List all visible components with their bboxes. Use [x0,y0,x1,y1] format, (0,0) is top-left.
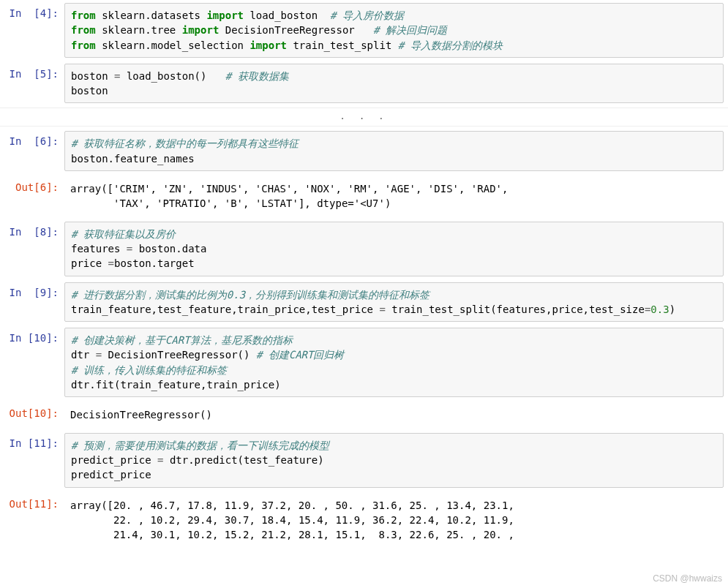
comment: # 解决回归问题 [373,24,447,36]
input-cell-11: In [11]: # 预测，需要使用测试集的数据，看一下训练完成的模型 pred… [0,430,728,491]
input-cell-10: In [10]: # 创建决策树，基于CART算法，基尼系数的指标 dtr = … [0,325,728,400]
code-input-11[interactable]: # 预测，需要使用测试集的数据，看一下训练完成的模型 predict_price… [64,433,724,488]
input-cell-6: In [6]: # 获取特征名称，数据中的每一列都具有这些特征 boston.f… [0,128,728,174]
prompt-in-5: In [5]: [0,64,64,104]
prompt-out-6: Out[6]: [0,177,64,216]
code-text: dtr.predict(test_feature) [163,454,323,466]
module-name: sklearn.datasets [96,10,207,21]
keyword-import: import [206,10,244,21]
operator: = [96,349,102,361]
comment: # 训练，传入训练集的特征和标签 [71,364,227,376]
code-text: load_boston() [120,70,225,82]
input-cell-4: In [4]: from sklearn.datasets import loa… [0,0,728,61]
output-cell-6: Out[6]: array(['CRIM', 'ZN', 'INDUS', 'C… [0,174,728,219]
code-input-10[interactable]: # 创建决策树，基于CART算法，基尼系数的指标 dtr = DecisionT… [64,328,724,397]
comment: # 获取数据集 [225,70,289,82]
operator: = [108,257,114,269]
module-name: sklearn.model_selection [96,39,250,51]
code-text: price [71,257,108,269]
code-text: boston [71,85,108,97]
comment: # 进行数据分割，测试集的比例为0.3，分别得到训练集和测试集的特征和标签 [71,289,429,301]
code-text: boston.target [114,257,195,269]
prompt-in-11: In [11]: [0,433,64,488]
code-text: train_test_split(features,price,test_siz… [386,304,645,315]
prompt-in-9: In [9]: [0,282,64,323]
output-text-6: array(['CRIM', 'ZN', 'INDUS', 'CHAS', 'N… [64,177,728,216]
code-input-9[interactable]: # 进行数据分割，测试集的比例为0.3，分别得到训练集和测试集的特征和标签 tr… [64,282,724,323]
import-name: load_boston [244,10,330,21]
comment: # 导入数据分割的模块 [398,39,503,51]
input-cell-5: In [5]: boston = load_boston() # 获取数据集 b… [0,61,728,107]
comment: # 预测，需要使用测试集的数据，看一下训练完成的模型 [71,440,329,451]
module-name: sklearn.tree [96,24,182,36]
prompt-out-10: Out[10]: [0,403,64,426]
comment: # 导入房价数据 [330,10,404,21]
code-text: DecisionTreeRegressor() [102,349,256,361]
code-text: boston [71,70,114,82]
keyword-from: from [71,10,96,21]
code-text: train_feature,test_feature,train_price,t… [71,304,379,315]
keyword-from: from [71,39,96,51]
code-text: ) [669,304,675,315]
output-text-11: array([20. , 46.7, 17.8, 11.9, 37.2, 20.… [64,494,728,547]
import-name: train_test_split [287,39,398,51]
number-literal: 0.3 [650,304,669,315]
code-input-5[interactable]: boston = load_boston() # 获取数据集 boston [64,64,724,104]
prompt-in-10: In [10]: [0,328,64,397]
code-input-4[interactable]: from sklearn.datasets import load_boston… [64,3,724,58]
keyword-import: import [182,24,219,36]
comment: # 获取特征集以及房价 [71,228,176,240]
code-text: predict_price [71,454,157,466]
comment: # 创建决策树，基于CART算法，基尼系数的指标 [71,334,293,346]
divider [0,108,728,108]
code-input-8[interactable]: # 获取特征集以及房价 features = boston.data price… [64,222,724,276]
input-cell-9: In [9]: # 进行数据分割，测试集的比例为0.3，分别得到训练集和测试集的… [0,279,728,325]
keyword-from: from [71,24,96,36]
input-cell-8: In [8]: # 获取特征集以及房价 features = boston.da… [0,219,728,279]
prompt-out-11: Out[11]: [0,494,64,547]
code-text: boston.feature_names [71,153,195,165]
code-text: predict_price [71,469,151,480]
prompt-in-8: In [8]: [0,222,64,276]
comment: # 获取特征名称，数据中的每一列都具有这些特征 [71,137,299,149]
divider [0,126,728,127]
prompt-in-6: In [6]: [0,131,64,171]
output-cell-11: Out[11]: array([20. , 46.7, 17.8, 11.9, … [0,491,728,550]
code-text: features [71,243,127,255]
output-cell-10: Out[10]: DecisionTreeRegressor() [0,400,728,429]
output-text-10: DecisionTreeRegressor() [64,403,728,426]
collapsed-output-ellipsis[interactable]: . . . [0,110,728,124]
code-text: boston.data [132,243,206,255]
import-name: DecisionTreeRegressor [219,24,373,36]
comment: # 创建CART回归树 [256,349,345,361]
code-input-6[interactable]: # 获取特征名称，数据中的每一列都具有这些特征 boston.feature_n… [64,131,724,171]
operator: = [379,304,385,315]
code-text: dtr.fit(train_feature,train_price) [71,379,281,391]
prompt-in-4: In [4]: [0,3,64,58]
code-text: dtr [71,349,96,361]
keyword-import: import [249,39,287,51]
